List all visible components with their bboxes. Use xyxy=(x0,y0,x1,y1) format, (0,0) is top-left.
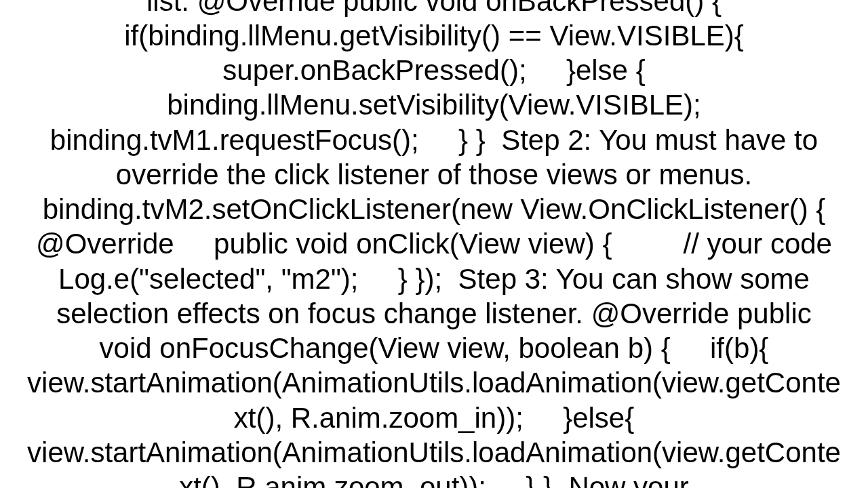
body-text: list. @Override public void onBackPresse… xyxy=(27,0,841,488)
page-container: list. @Override public void onBackPresse… xyxy=(0,0,868,488)
